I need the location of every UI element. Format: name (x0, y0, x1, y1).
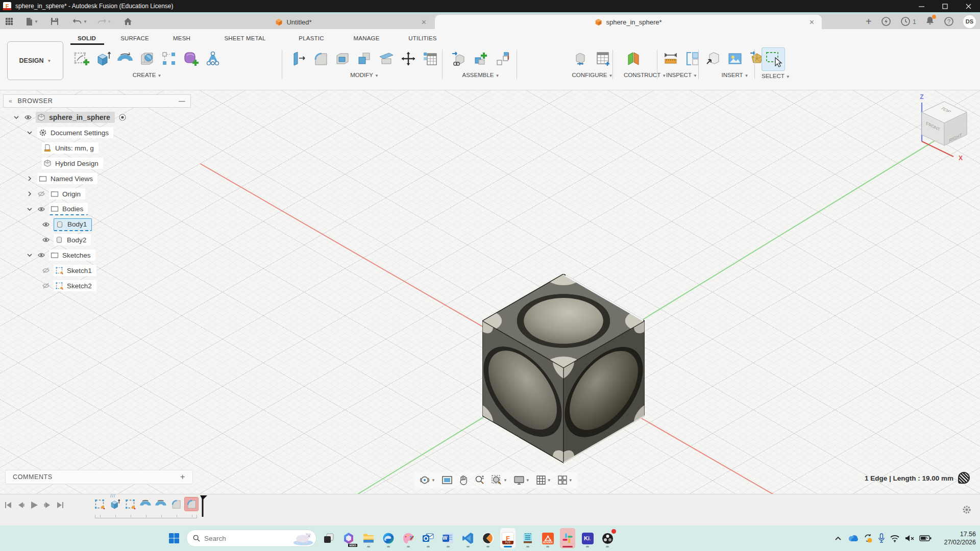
word-icon[interactable]: W (440, 528, 456, 548)
group-label-select[interactable]: SELECT▼ (762, 73, 790, 79)
display-settings-icon[interactable]: ▼ (514, 476, 530, 485)
visibility-off-icon[interactable] (42, 266, 50, 274)
microphone-icon[interactable] (878, 533, 885, 543)
timeline-feature-sketch1[interactable] (93, 497, 106, 511)
search-bar[interactable] (186, 530, 316, 547)
revolve-icon[interactable] (115, 47, 135, 70)
pan-icon[interactable] (459, 475, 468, 485)
create-form-icon[interactable] (181, 47, 201, 70)
browser-panel-header[interactable]: « BROWSER — (3, 94, 191, 108)
group-label-modify[interactable]: MODIFY▼ (289, 72, 440, 78)
tab-mesh[interactable]: MESH (173, 35, 190, 41)
document-tab-untitled[interactable]: Untitled* ✕ (153, 15, 434, 29)
tab-sheet-metal[interactable]: SHEET METAL (224, 35, 265, 41)
tab-surface[interactable]: SURFACE (120, 35, 149, 41)
timeline-step-back-button[interactable] (17, 501, 25, 509)
notification-bell-icon[interactable] (925, 16, 935, 28)
browser-row-hybrid-design[interactable]: Hybrid Design (3, 156, 197, 171)
section-analysis-icon[interactable] (683, 47, 702, 70)
visibility-off-icon[interactable] (37, 190, 45, 198)
browser-row-body1[interactable]: Body1 (3, 217, 197, 232)
chevron-down-icon[interactable] (26, 251, 34, 259)
visibility-eye-icon[interactable] (37, 251, 45, 259)
browser-row-document-settings[interactable]: Document Settings (3, 125, 197, 140)
measure-icon[interactable] (661, 47, 680, 70)
chevron-right-icon[interactable] (26, 174, 34, 183)
group-label-inspect[interactable]: INSPECT▼ (661, 72, 702, 78)
shell-icon[interactable] (333, 47, 352, 70)
new-file-button[interactable]: ▼ (26, 16, 38, 27)
new-component-icon[interactable] (471, 47, 491, 70)
add-comment-button[interactable]: + (180, 472, 185, 482)
split-body-icon[interactable] (377, 47, 396, 70)
vscode-icon[interactable] (460, 528, 476, 548)
group-label-create[interactable]: CREATE▼ (71, 72, 223, 78)
insert-derive-icon[interactable] (449, 47, 469, 70)
group-label-construct[interactable]: CONSTRUCT▼ (624, 72, 666, 78)
new-tab-button[interactable]: + (866, 16, 872, 28)
combine-icon[interactable] (355, 47, 374, 70)
start-button[interactable] (166, 528, 182, 548)
obsidian-icon[interactable] (480, 528, 496, 548)
home-icon[interactable] (124, 16, 132, 27)
notepad-icon[interactable] (520, 528, 535, 548)
press-pull-icon[interactable] (289, 47, 308, 70)
slack-icon[interactable] (560, 528, 575, 548)
job-status-button[interactable]: 1 (900, 16, 916, 27)
clock[interactable]: 17.56 27/02/2026 (936, 530, 976, 547)
construction-planes-icon[interactable] (624, 47, 643, 70)
timeline-feature-fillet2-current[interactable] (185, 497, 198, 511)
adobe-reader-icon[interactable]: READER (540, 528, 555, 548)
browser-row-sketch1[interactable]: Sketch1 (3, 263, 197, 278)
battery-charging-icon[interactable] (919, 535, 932, 542)
timeline-feature-extrude[interactable]: /// (108, 497, 121, 511)
redo-button[interactable]: ▼ (97, 16, 111, 27)
tab-utilities[interactable]: UTILITIES (408, 35, 436, 41)
paint-icon[interactable] (401, 528, 416, 548)
timeline-feature-fillet1[interactable] (169, 497, 183, 511)
timeline-feature-sketch2[interactable] (124, 497, 137, 511)
visibility-eye-icon[interactable] (42, 236, 50, 244)
hole-icon[interactable] (137, 47, 157, 70)
group-label-assemble[interactable]: ASSEMBLE▼ (449, 72, 512, 78)
tab-solid[interactable]: SOLID (78, 35, 96, 41)
chevron-right-icon[interactable] (26, 190, 34, 198)
browser-row-origin[interactable]: Origin (3, 186, 197, 202)
fusion-taskbar-icon[interactable]: F FUS (500, 528, 516, 548)
browser-row-sketches[interactable]: Sketches (3, 247, 197, 263)
create-sketch-icon[interactable] (71, 47, 91, 70)
timeline-go-end-button[interactable] (56, 501, 64, 509)
maximize-button[interactable] (933, 0, 957, 12)
browser-row-root[interactable]: sphere_in_sphere (3, 110, 197, 125)
move-copy-icon[interactable] (399, 47, 418, 70)
tab-plastic[interactable]: PLASTIC (299, 35, 324, 41)
zoom-icon[interactable] (475, 475, 485, 485)
orbit-icon[interactable]: ▼ (420, 475, 435, 485)
timeline-feature-revolve1[interactable] (139, 497, 152, 511)
browser-row-bodies[interactable]: Bodies (3, 202, 197, 217)
extrude-icon[interactable] (93, 47, 113, 70)
visibility-off-icon[interactable] (42, 282, 50, 290)
close-button[interactable] (957, 0, 980, 12)
timeline-playhead[interactable] (199, 495, 207, 517)
viewport[interactable]: Z X TOP FRONT RIGHT « BROWSER — sphere_i… (0, 90, 980, 494)
sync-status-icon[interactable] (863, 533, 873, 543)
timeline-play-button[interactable] (30, 500, 39, 510)
group-label-configure[interactable]: CONFIGURE▼ (572, 72, 613, 78)
file-explorer-icon[interactable] (361, 528, 376, 548)
tab-manage[interactable]: MANAGE (353, 35, 379, 41)
rectangular-pattern-icon[interactable] (159, 47, 179, 70)
browser-row-units[interactable]: Units: mm, g (3, 140, 197, 156)
browser-row-body2[interactable]: Body2 (3, 232, 197, 247)
undo-button[interactable]: ▼ (73, 16, 87, 27)
timeline-settings-gear-icon[interactable] (962, 505, 972, 515)
user-avatar[interactable]: DS (963, 15, 976, 28)
feedback-badge-icon[interactable] (958, 472, 970, 484)
copilot-m365-icon[interactable]: M365 (341, 528, 356, 548)
wifi-icon[interactable] (890, 534, 900, 542)
edge-browser-icon[interactable] (381, 528, 396, 548)
obs-studio-icon[interactable] (600, 528, 615, 548)
timeline-go-start-button[interactable] (4, 501, 12, 509)
app-grid-icon[interactable] (5, 16, 13, 27)
view-cube[interactable]: Z X TOP FRONT RIGHT (910, 92, 980, 162)
